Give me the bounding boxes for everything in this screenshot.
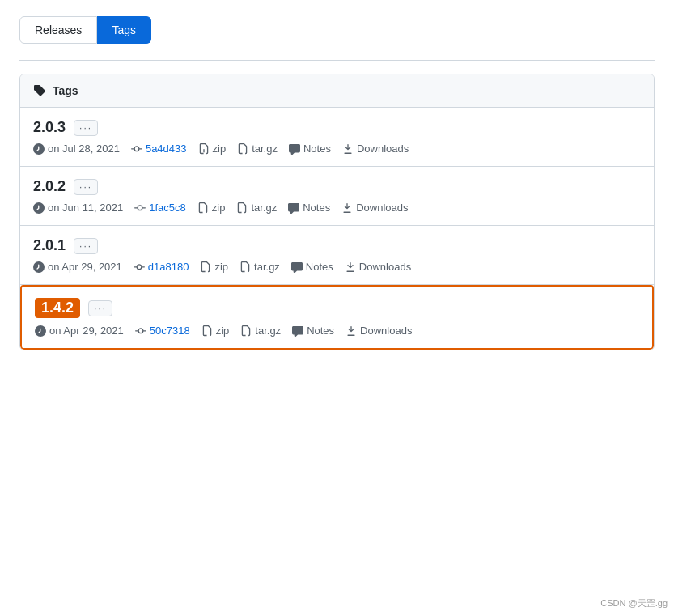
date-v203: on Jul 28, 2021 (33, 142, 120, 155)
notes-label-v201: Notes (306, 261, 333, 273)
zip-link-v203[interactable]: zip (198, 142, 227, 155)
zip-link-v201[interactable]: zip (200, 261, 228, 273)
notes-link-v203[interactable]: Notes (289, 142, 331, 155)
release-meta-v201: on Apr 29, 2021 d1a8180 zip tar.gz Notes (33, 261, 641, 273)
notes-label-v203: Notes (303, 142, 331, 155)
downloads-label-v201: Downloads (359, 261, 411, 273)
more-btn-v142[interactable]: ··· (88, 300, 112, 316)
hash-link-v203[interactable]: 5a4d433 (146, 142, 187, 155)
release-meta-v203: on Jul 28, 2021 5a4d433 zip tar.gz (33, 142, 641, 155)
zip-link-v202[interactable]: zip (197, 202, 226, 214)
version-v201: 2.0.1 (33, 237, 66, 254)
downloads-label-v202: Downloads (356, 202, 408, 214)
version-v142: 1.4.2 (35, 298, 80, 318)
tags-header-label: Tags (53, 84, 78, 97)
tags-tab[interactable]: Tags (97, 16, 151, 44)
zip-label-v142: zip (216, 325, 230, 337)
zip-link-v142[interactable]: zip (201, 325, 230, 337)
release-row-v202: 2.0.2 ··· on Jun 11, 2021 1fac5c8 zip (20, 167, 654, 226)
date-v202: on Jun 11, 2021 (33, 202, 123, 214)
more-btn-v203[interactable]: ··· (74, 120, 98, 136)
notes-link-v142[interactable]: Notes (292, 325, 334, 337)
notes-link-v202[interactable]: Notes (288, 202, 330, 214)
version-v203: 2.0.3 (33, 119, 66, 136)
hash-item-v142: 50c7318 (135, 325, 190, 337)
release-title-row-v202: 2.0.2 ··· (33, 178, 641, 195)
tab-bar: Releases Tags (19, 16, 655, 44)
release-row-v201: 2.0.1 ··· on Apr 29, 2021 d1a8180 zip (20, 226, 654, 285)
hash-link-v202[interactable]: 1fac5c8 (149, 202, 186, 214)
release-title-row-v203: 2.0.3 ··· (33, 119, 641, 136)
tag-icon (33, 84, 46, 97)
release-meta-v202: on Jun 11, 2021 1fac5c8 zip tar.gz Notes (33, 202, 641, 214)
targz-label-v201: tar.gz (254, 261, 280, 273)
zip-label-v202: zip (212, 202, 226, 214)
targz-link-v202[interactable]: tar.gz (236, 202, 277, 214)
hash-item-v201: d1a8180 (134, 261, 189, 273)
divider (19, 60, 655, 61)
targz-label-v203: tar.gz (252, 142, 278, 155)
date-text-v203: on Jul 28, 2021 (48, 142, 120, 155)
notes-link-v201[interactable]: Notes (291, 261, 333, 273)
more-btn-v202[interactable]: ··· (74, 179, 98, 195)
hash-item-v203: 5a4d433 (131, 142, 187, 155)
tags-container: Tags 2.0.3 ··· on Jul 28, 2021 (19, 74, 655, 350)
zip-label-v201: zip (214, 261, 228, 273)
targz-link-v142[interactable]: tar.gz (240, 325, 281, 337)
release-row-v142: 1.4.2 ··· on Apr 29, 2021 50c7318 zip (20, 285, 654, 350)
release-row-v203: 2.0.3 ··· on Jul 28, 2021 5a4d433 (20, 108, 654, 167)
date-text-v201: on Apr 29, 2021 (48, 261, 122, 273)
release-meta-v142: on Apr 29, 2021 50c7318 zip tar.gz Notes (35, 325, 639, 337)
date-v201: on Apr 29, 2021 (33, 261, 122, 273)
targz-label-v142: tar.gz (255, 325, 281, 337)
page-container: Releases Tags Tags 2.0.3 ··· (0, 0, 674, 367)
tags-header: Tags (20, 74, 654, 108)
targz-link-v203[interactable]: tar.gz (237, 142, 278, 155)
release-title-row-v142: 1.4.2 ··· (35, 298, 639, 318)
downloads-link-v202[interactable]: Downloads (341, 202, 408, 214)
downloads-link-v203[interactable]: Downloads (342, 142, 409, 155)
date-text-v142: on Apr 29, 2021 (49, 325, 124, 337)
notes-label-v202: Notes (303, 202, 330, 214)
hash-item-v202: 1fac5c8 (134, 202, 186, 214)
downloads-link-v201[interactable]: Downloads (345, 261, 411, 273)
notes-label-v142: Notes (307, 325, 334, 337)
hash-link-v142[interactable]: 50c7318 (150, 325, 190, 337)
downloads-link-v142[interactable]: Downloads (345, 325, 412, 337)
targz-link-v201[interactable]: tar.gz (240, 261, 280, 273)
targz-label-v202: tar.gz (251, 202, 277, 214)
hash-link-v201[interactable]: d1a8180 (148, 261, 189, 273)
more-btn-v201[interactable]: ··· (74, 238, 98, 254)
date-v142: on Apr 29, 2021 (35, 325, 124, 337)
zip-label-v203: zip (213, 142, 227, 155)
downloads-label-v142: Downloads (360, 325, 412, 337)
date-text-v202: on Jun 11, 2021 (48, 202, 123, 214)
downloads-label-v203: Downloads (357, 142, 409, 155)
version-v202: 2.0.2 (33, 178, 66, 195)
releases-tab[interactable]: Releases (19, 16, 97, 44)
release-title-row-v201: 2.0.1 ··· (33, 237, 641, 254)
